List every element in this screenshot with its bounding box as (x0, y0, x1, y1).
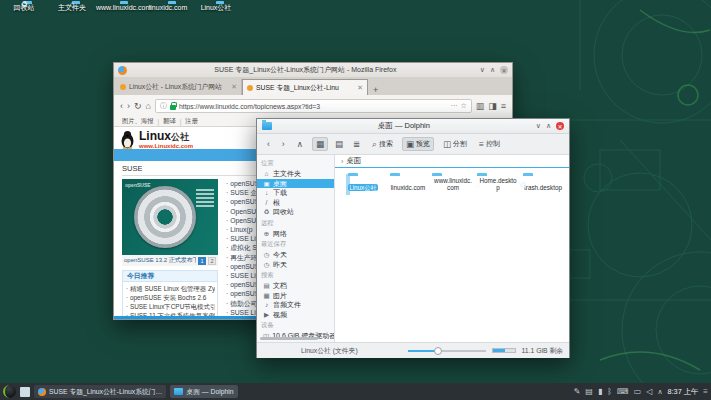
file-item[interactable]: ⌂Home.desktop (476, 176, 520, 194)
cd-disc-graphic (134, 186, 196, 248)
browser-tab[interactable]: Linux公社 - Linux系统门户网站✕ (116, 79, 242, 95)
tab-close-icon[interactable]: ✕ (231, 83, 237, 91)
firefox-close-button[interactable]: ✕ (500, 66, 508, 74)
back-button[interactable]: ‹ (120, 101, 123, 111)
places-scrollbar[interactable] (260, 337, 318, 340)
https-lock-icon (170, 105, 176, 110)
details-view-button[interactable]: ≣ (353, 139, 360, 149)
desktop-icon[interactable]: www.linuxidc.com (96, 4, 144, 12)
app-launcher-button[interactable] (3, 385, 16, 398)
file-item[interactable]: www.linuxidc. com (431, 176, 475, 194)
places-item[interactable]: ▦图片 (261, 291, 334, 301)
control-button[interactable]: ≡控制 (476, 138, 503, 150)
search-icon: ⌕ (372, 139, 377, 150)
featured-column: openSUSE openSUSE 13.2 正式发布下载 1 2 今日推荐 ·… (122, 179, 218, 319)
places-item[interactable]: ▣桌面 (257, 179, 334, 189)
recommend-title: 今日推荐 (123, 271, 217, 282)
url-bar[interactable]: ⓘ https://www.linuxidc.com/topicnews.asp… (155, 99, 472, 113)
tab-close-icon[interactable]: ✕ (357, 84, 363, 92)
forward-button[interactable]: › (127, 101, 130, 111)
file-item[interactable]: Linux公社 (341, 176, 385, 194)
places-item[interactable]: /根 (261, 198, 334, 208)
opensuse-dvd-image[interactable]: openSUSE (122, 179, 218, 255)
tray-clipboard-icon[interactable]: ▤ (585, 387, 593, 397)
desktop-icon[interactable]: ♻回收站 (0, 4, 48, 12)
places-item-label: 音频文件 (273, 300, 301, 310)
places-item-label: 视频 (273, 310, 287, 320)
recommend-link[interactable]: · 精通 SUSE Linux 包管理器 Zypper (126, 284, 215, 293)
bookmark-item[interactable]: 图片、海报 (122, 117, 153, 126)
compact-view-button[interactable]: ▤ (335, 139, 343, 149)
places-item[interactable]: ◷今天 (261, 250, 334, 260)
home-button[interactable]: ⌂ (146, 101, 151, 111)
dolphin-maximize-button[interactable]: ∧ (546, 122, 551, 130)
dolphin-up-button[interactable]: ∧ (297, 139, 303, 149)
bookmark-star-icon[interactable]: ☆ (460, 102, 466, 110)
desktop-icon[interactable]: ⌂主文件夹 (48, 4, 96, 12)
firefox-titlebar[interactable]: SUSE 专题_Linux公社-Linux系统门户网站 - Mozilla Fi… (114, 63, 512, 77)
library-button[interactable]: ▥ (476, 101, 485, 111)
tray-volume-icon[interactable]: ◁ (646, 387, 652, 397)
task-button[interactable]: SUSE 专题_Linux公社-Linux系统门… (34, 385, 166, 398)
tray-pen-icon[interactable]: ✎ (574, 387, 581, 397)
places-item[interactable]: ⌂主文件夹 (261, 169, 334, 179)
new-tab-button[interactable]: + (368, 85, 383, 95)
breadcrumb-label[interactable]: 桌面 (346, 156, 361, 166)
page-actions-icon[interactable]: ⋯ (450, 102, 457, 110)
featured-caption-text[interactable]: openSUSE 13.2 正式发布下载 (124, 256, 196, 265)
breadcrumb-chevron-icon: › (341, 158, 343, 165)
bookmark-item[interactable]: 翻译 (163, 117, 176, 126)
clock[interactable]: 8:37 上午 (668, 387, 699, 397)
places-item[interactable]: ⊕网络 (261, 229, 334, 239)
sidebar-button[interactable]: ◨ (488, 101, 497, 111)
carousel-page-1[interactable]: 1 (198, 257, 206, 265)
browser-tab[interactable]: SUSE 专题_Linux公社-Linu✕ (242, 79, 368, 95)
doc-icon: ▤ (263, 281, 270, 291)
tray-expand-icon[interactable]: ∧ (657, 388, 662, 396)
file-item[interactable]: ♻trash.desktop (521, 176, 565, 194)
panel-toggle-icon[interactable]: ≡ (703, 387, 708, 396)
firefox-maximize-button[interactable]: ∧ (490, 66, 495, 74)
url-text[interactable]: https://www.linuxidc.com/topicnews.aspx?… (179, 103, 447, 110)
menu-button[interactable]: ≡ (501, 101, 506, 111)
dolphin-titlebar[interactable]: 桌面 — Dolphin ∨ ∧ ✕ (257, 119, 569, 134)
dolphin-minimize-button[interactable]: ∨ (536, 122, 541, 130)
task-button[interactable]: 桌面 — Dolphin (170, 385, 237, 398)
split-button[interactable]: ◫分割 (440, 138, 470, 150)
page-info-icon[interactable]: ⓘ (160, 101, 167, 111)
reload-button[interactable]: ↻ (134, 101, 142, 111)
places-item[interactable]: ♻回收站 (261, 207, 334, 217)
places-item[interactable]: ♪音频文件 (261, 300, 334, 310)
recommend-link[interactable]: · openSUSE 安装 Bochs 2.6 (126, 293, 215, 302)
dolphin-close-button[interactable]: ✕ (556, 122, 564, 130)
tray-keyboard-icon[interactable]: ⌨ (617, 387, 629, 397)
places-item-label: 回收站 (273, 207, 294, 217)
recommend-link[interactable]: · SUSE Linux下CPU节电模式引发的故障 (126, 302, 215, 311)
places-section-header: 搜索 (261, 271, 334, 280)
desktop-icon[interactable]: Linux公社 (192, 4, 240, 12)
places-item[interactable]: ▶视频 (261, 310, 334, 320)
breadcrumb[interactable]: › 桌面 (335, 155, 569, 168)
clock-icon: ◷ (263, 260, 270, 270)
desktop-icon[interactable]: linuxidc.com (144, 4, 192, 12)
pager-icon[interactable] (20, 387, 30, 397)
dolphin-back-button[interactable]: ‹ (267, 139, 270, 149)
preview-button[interactable]: ▣预览 (402, 137, 434, 151)
places-item[interactable]: ▤文档 (261, 281, 334, 291)
bookmark-item[interactable]: 注册 (185, 117, 198, 126)
places-panel: 位置⌂主文件夹▣桌面↓下载/根♻回收站远程⊕网络最近保存◷今天◷昨天搜索▤文档▦… (257, 155, 335, 342)
places-item[interactable]: ◷昨天 (261, 260, 334, 270)
firefox-minimize-button[interactable]: ∨ (480, 66, 485, 74)
zoom-slider[interactable] (408, 347, 486, 355)
carousel-page-2[interactable]: 2 (208, 257, 216, 265)
dolphin-forward-button[interactable]: › (282, 139, 285, 149)
search-button[interactable]: ⌕搜索 (369, 138, 396, 151)
icons-view-button[interactable]: ▦ (316, 139, 324, 149)
tray-bluetooth-icon[interactable]: ᛒ (607, 387, 612, 397)
desktop-icon-label: linuxidc.com (144, 4, 192, 12)
tray-display-icon[interactable]: ▭ (634, 387, 642, 397)
places-item[interactable]: ↓下载 (261, 188, 334, 198)
tray-battery-icon[interactable]: ▮ (598, 387, 602, 397)
zoom-slider-handle[interactable] (434, 347, 442, 355)
file-item[interactable]: linuxidc.com (386, 176, 430, 194)
